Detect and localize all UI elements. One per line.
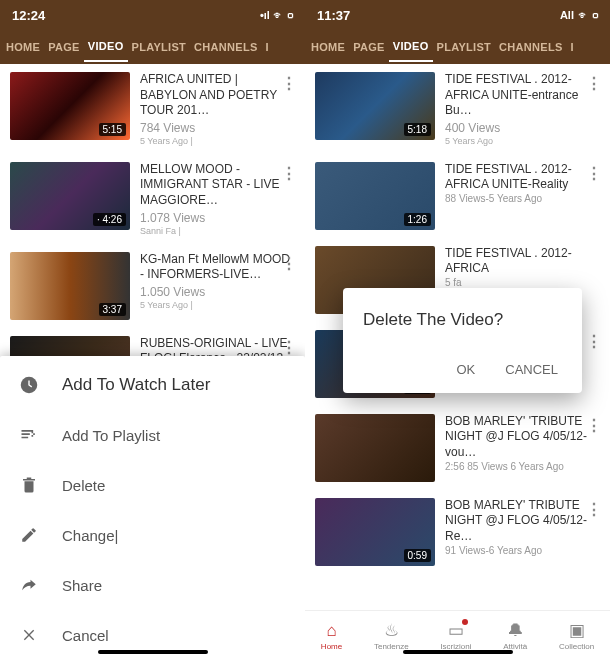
video-meta: AFRICA UNITED | BABYLON AND POETRY TOUR … (140, 72, 295, 146)
video-meta: TIDE FESTIVAL . 2012-AFRICA UNITE-entran… (445, 72, 600, 146)
video-thumbnail[interactable]: 5:15 (10, 72, 130, 140)
more-icon[interactable]: ⋮ (586, 74, 602, 93)
status-icons: All ᯤ ▢ (560, 9, 598, 21)
video-thumbnail[interactable]: 0:59 (315, 498, 435, 566)
delete-dialog: Delete The Video? OK CANCEL (343, 288, 582, 393)
sheet-change[interactable]: Change| (0, 510, 305, 560)
video-row[interactable]: 0:59 BOB MARLEY' TRIBUTE NIGHT @J FLOG 4… (305, 490, 610, 574)
home-icon: ⌂ (326, 621, 336, 641)
share-icon (18, 574, 40, 596)
video-row[interactable]: BOB MARLEY' 'TRIBUTE NIGHT @J FLOG 4/05/… (305, 406, 610, 490)
duration-badge: · 4:26 (93, 213, 126, 226)
nav-subscriptions[interactable]: ▭ Iscrizioni (440, 620, 471, 651)
status-bar: 11:37 All ᯤ ▢ (305, 0, 610, 30)
bell-icon: 🔔︎ (507, 621, 524, 641)
video-thumbnail[interactable]: 3:37 (10, 252, 130, 320)
tab-home[interactable]: HOME (2, 41, 44, 53)
video-views: 784 Views (140, 121, 295, 135)
video-age: 5 Years Ago (445, 136, 600, 146)
close-icon (18, 624, 40, 646)
video-thumbnail[interactable] (315, 414, 435, 482)
cancel-button[interactable]: CANCEL (505, 362, 558, 377)
video-views: 1.050 Views (140, 285, 295, 299)
video-title: BOB MARLEY' 'TRIBUTE NIGHT @J FLOG 4/05/… (445, 414, 600, 461)
tab-playlist[interactable]: PLAYLIST (128, 41, 191, 53)
video-age: 5 Years Ago | (140, 300, 295, 310)
fire-icon: ♨ (384, 620, 399, 641)
sheet-label: Cancel (62, 627, 109, 644)
tab-playlist[interactable]: PLAYLIST (433, 41, 496, 53)
home-indicator[interactable] (403, 650, 513, 654)
video-meta: BOB MARLEY' 'TRIBUTE NIGHT @J FLOG 4/05/… (445, 414, 600, 482)
tab-channels[interactable]: CHANNELS (190, 41, 262, 53)
status-icons: •ıl ᯤ ▢ (260, 9, 293, 21)
nav-label: Collection (559, 642, 594, 651)
playlist-add-icon (18, 424, 40, 446)
ok-button[interactable]: OK (456, 362, 475, 377)
video-row[interactable]: 5:18 TIDE FESTIVAL . 2012-AFRICA UNITE-e… (305, 64, 610, 154)
video-row[interactable]: 3:37 KG-Man Ft MellowM MOOD - INFORMERS-… (0, 244, 305, 328)
video-title: AFRICA UNITED | BABYLON AND POETRY TOUR … (140, 72, 295, 119)
video-row[interactable]: 1:26 TIDE FESTIVAL . 2012-AFRICA UNITE-R… (305, 154, 610, 238)
more-icon[interactable]: ⋮ (281, 164, 297, 183)
tab-video[interactable]: VIDEO (389, 40, 433, 62)
right-screen: 11:37 All ᯤ ▢ HOME PAGE VIDEO PLAYLIST C… (305, 0, 610, 660)
video-age: 5 fa (445, 277, 600, 288)
more-icon[interactable]: ⋮ (586, 332, 602, 351)
tab-home[interactable]: HOME (307, 41, 349, 53)
left-screen: 12:24 •ıl ᯤ ▢ HOME PAGE VIDEO PLAYLIST C… (0, 0, 305, 660)
more-icon[interactable]: ⋮ (281, 254, 297, 273)
video-row[interactable]: 5:15 AFRICA UNITED | BABYLON AND POETRY … (0, 64, 305, 154)
more-icon[interactable]: ⋮ (586, 500, 602, 519)
notification-dot (462, 619, 468, 625)
dialog-title: Delete The Video? (363, 310, 562, 330)
sheet-label: Change| (62, 527, 118, 544)
clock-icon (18, 374, 40, 396)
duration-badge: 5:15 (99, 123, 126, 136)
sheet-add-playlist[interactable]: Add To Playlist (0, 410, 305, 460)
tab-channels[interactable]: CHANNELS (495, 41, 567, 53)
video-row[interactable]: · 4:26 MELLOW MOOD - IMMIGRANT STAR - LI… (0, 154, 305, 244)
nav-home[interactable]: ⌂ Home (321, 621, 342, 651)
video-views: 1.078 Views (140, 211, 295, 225)
sheet-label: Add To Playlist (62, 427, 160, 444)
nav-library[interactable]: ▣ Collection (559, 620, 594, 651)
more-icon[interactable]: ⋮ (586, 164, 602, 183)
tab-page[interactable]: PAGE (349, 41, 389, 53)
more-icon[interactable]: ⋮ (281, 338, 297, 357)
more-icon[interactable]: ⋮ (281, 74, 297, 93)
sheet-label: Delete (62, 477, 105, 494)
top-tabs[interactable]: HOME PAGE VIDEO PLAYLIST CHANNELS I (0, 30, 305, 64)
video-thumbnail[interactable]: 5:18 (315, 72, 435, 140)
nav-trending[interactable]: ♨ Tendenze (374, 620, 409, 651)
sheet-label: Share (62, 577, 102, 594)
video-age: 5 Years Ago | (140, 136, 295, 146)
top-tabs[interactable]: HOME PAGE VIDEO PLAYLIST CHANNELS I (305, 30, 610, 64)
home-indicator[interactable] (98, 650, 208, 654)
video-age: 88 Views-5 Years Ago (445, 193, 600, 204)
nav-activity[interactable]: 🔔︎ Attività (503, 621, 527, 651)
video-meta: KG-Man Ft MellowM MOOD - INFORMERS-LIVE…… (140, 252, 295, 320)
video-thumbnail[interactable]: · 4:26 (10, 162, 130, 230)
duration-badge: 3:37 (99, 303, 126, 316)
sheet-watch-later[interactable]: Add To Watch Later (0, 356, 305, 410)
video-age: 91 Views-6 Years Ago (445, 545, 600, 556)
sheet-share[interactable]: Share (0, 560, 305, 610)
trash-icon (18, 474, 40, 496)
status-time: 11:37 (317, 8, 350, 23)
tab-more[interactable]: I (262, 41, 273, 53)
tab-page[interactable]: PAGE (44, 41, 84, 53)
video-views: 400 Views (445, 121, 600, 135)
video-title: TIDE FESTIVAL . 2012-AFRICA UNITE-Realit… (445, 162, 600, 193)
tab-video[interactable]: VIDEO (84, 40, 128, 62)
video-meta: MELLOW MOOD - IMMIGRANT STAR - LIVE MAGG… (140, 162, 295, 236)
more-icon[interactable]: ⋮ (586, 416, 602, 435)
video-thumbnail[interactable]: 1:26 (315, 162, 435, 230)
dialog-buttons: OK CANCEL (363, 356, 562, 383)
tab-more[interactable]: I (567, 41, 578, 53)
video-meta: BOB MARLEY' TRIBUTE NIGHT @J FLOG 4/05/1… (445, 498, 600, 566)
video-title: BOB MARLEY' TRIBUTE NIGHT @J FLOG 4/05/1… (445, 498, 600, 545)
sheet-delete[interactable]: Delete (0, 460, 305, 510)
nav-label: Home (321, 642, 342, 651)
duration-badge: 0:59 (404, 549, 431, 562)
